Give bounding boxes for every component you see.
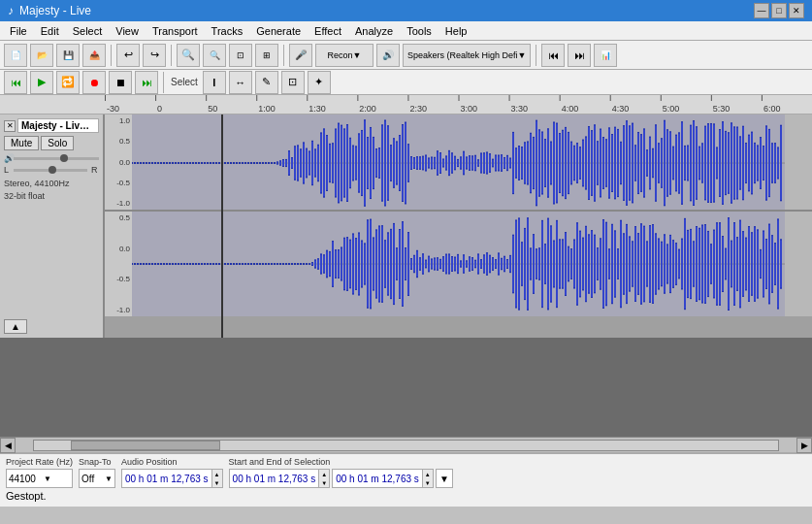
zoom-tool[interactable]: ⊡ (281, 71, 305, 94)
pan-thumb[interactable] (49, 166, 56, 174)
minimize-button[interactable]: — (754, 3, 769, 18)
output-arrow: ▼ (518, 50, 527, 60)
play-button[interactable]: ▶ (30, 71, 53, 94)
audio-pos-down[interactable]: ▼ (212, 478, 222, 487)
sel-start-value: 00 h 01 m 12,763 s (230, 474, 319, 484)
menu-select[interactable]: Select (67, 23, 109, 39)
track-collapse-button[interactable]: ▲ (4, 319, 27, 334)
volume-thumb[interactable] (60, 154, 68, 162)
scroll-right-button[interactable]: ▶ (796, 438, 812, 453)
y-b-label-0.0: 0.0 (119, 245, 130, 253)
sel-start-input[interactable]: 00 h 01 m 12,763 s ▲ ▼ (229, 469, 331, 488)
sel-dropdown-arrow[interactable]: ▼ (439, 474, 449, 484)
y-b-label--0.5: -0.5 (116, 275, 130, 283)
title-bar: ♪ Majesty - Live — □ ✕ (0, 0, 812, 21)
save-button[interactable]: 💾 (56, 44, 80, 67)
envelope-tool[interactable]: ↔ (229, 71, 252, 94)
pan-row: L R (4, 165, 99, 175)
y-label-1.0: 1.0 (119, 116, 130, 125)
y-axis-bottom: 0.5 0.0 -0.5 -1.0 (105, 212, 132, 316)
zoom-out-button[interactable]: 🔍 (203, 44, 226, 67)
status-bar: Project Rate (Hz) 44100 ▼ Snap-To Off ▼ … (0, 452, 812, 507)
menu-edit[interactable]: Edit (35, 23, 65, 39)
separator-sel (163, 72, 164, 93)
pan-right-label: R (91, 165, 99, 175)
zoom-sel-button[interactable]: ⊞ (255, 44, 278, 67)
input-mic-button[interactable]: 🎤 (289, 44, 312, 67)
project-rate-arrow[interactable]: ▼ (44, 475, 51, 483)
menu-view[interactable]: View (110, 23, 145, 39)
mute-button[interactable]: Mute (4, 136, 39, 150)
new-button[interactable]: 📄 (4, 44, 27, 67)
channel-bottom: 0.5 0.0 -0.5 -1.0 (105, 212, 812, 316)
audio-pos-input[interactable]: 00 h 01 m 12,763 s ▲ ▼ (121, 469, 223, 488)
stop-button[interactable]: ⏹ (109, 71, 132, 94)
audio-pos-group: Audio Position 00 h 01 m 12,763 s ▲ ▼ (121, 457, 223, 488)
multi-tool[interactable]: ✦ (308, 71, 331, 94)
horizontal-scrollbar[interactable] (33, 440, 779, 451)
snap-to-arrow[interactable]: ▼ (105, 475, 113, 483)
undo-button[interactable]: ↩ (116, 44, 140, 67)
loop-button[interactable]: 🔁 (56, 71, 80, 94)
waveform-area[interactable]: 1.0 0.5 0.0 -0.5 -1.0 0.5 0.0 -0.5 -1.0 (105, 115, 812, 338)
app-icon: ♪ (8, 4, 14, 17)
snap-to-label: Snap-To (79, 457, 115, 467)
record-button[interactable]: ⏺ (82, 71, 106, 94)
redo-button[interactable]: ↪ (143, 44, 166, 67)
menu-analyze[interactable]: Analyze (349, 23, 399, 39)
audio-pos-arrows: ▲ ▼ (211, 470, 222, 487)
menu-tracks[interactable]: Tracks (206, 23, 249, 39)
pan-slider[interactable] (14, 169, 87, 172)
menu-generate[interactable]: Generate (250, 23, 307, 39)
track-name-label: Majesty - Liv… (17, 118, 99, 133)
output-dropdown[interactable]: Speakers (Realtek High Defi ▼ (403, 44, 531, 67)
menu-tools[interactable]: Tools (401, 23, 438, 39)
menu-effect[interactable]: Effect (309, 23, 347, 39)
track-close-button[interactable]: ✕ (4, 120, 16, 132)
selection-label: Start and End of Selection (229, 457, 453, 467)
scroll-left-button[interactable]: ◀ (0, 438, 16, 453)
prev-track-button[interactable]: ⏮ (541, 44, 565, 67)
volume-slider[interactable] (14, 157, 99, 160)
next-track-button[interactable]: ⏭ (568, 44, 591, 67)
ruler-canvas (105, 95, 812, 115)
menu-transport[interactable]: Transport (146, 23, 204, 39)
sel-end-up[interactable]: ▲ (423, 470, 433, 478)
select-toolbar: ⏮ ▶ 🔁 ⏺ ⏹ ⏭ Select I ↔ ✎ ⊡ ✦ (0, 70, 812, 95)
zoom-fit-button[interactable]: ⊡ (229, 44, 252, 67)
channel-top: 1.0 0.5 0.0 -0.5 -1.0 (105, 115, 812, 212)
maximize-button[interactable]: □ (771, 3, 787, 18)
ibeam-tool[interactable]: I (203, 71, 226, 94)
input-dropdown[interactable]: Recon ▼ (315, 44, 374, 67)
input-label: Recon (328, 50, 353, 60)
output-speaker-button[interactable]: 🔊 (376, 44, 400, 67)
snap-to-value: Off (81, 474, 105, 484)
y-axis-top: 1.0 0.5 0.0 -0.5 -1.0 (105, 115, 132, 210)
waveform-canvas-top (105, 115, 785, 212)
sel-start-up[interactable]: ▲ (319, 470, 329, 478)
separator-4 (536, 45, 536, 66)
solo-button[interactable]: Solo (41, 136, 74, 150)
sel-start-down[interactable]: ▼ (319, 478, 329, 487)
audio-pos-up[interactable]: ▲ (212, 470, 222, 478)
draw-tool[interactable]: ✎ (255, 71, 278, 94)
track-header-panel: ✕ Majesty - Liv… Mute Solo 🔊 L R Stereo,… (0, 115, 105, 338)
volume-icon: 🔊 (4, 153, 12, 163)
track-mute-solo-row: Mute Solo (4, 136, 99, 150)
transport-toolbar: 📄 📂 💾 📤 ↩ ↪ 🔍 🔍 ⊡ ⊞ 🎤 Recon ▼ 🔊 Speakers… (0, 41, 812, 70)
audio-pos-label: Audio Position (121, 457, 223, 467)
sel-end-input[interactable]: 00 h 01 m 12,763 s ▲ ▼ (332, 469, 434, 488)
app-title: Majesty - Live (19, 4, 91, 17)
track-sample-rate: Stereo, 44100Hz (4, 178, 99, 190)
sel-end-down[interactable]: ▼ (423, 478, 433, 487)
close-button[interactable]: ✕ (789, 3, 804, 18)
export-button[interactable]: 📤 (82, 44, 106, 67)
selection-group: Start and End of Selection 00 h 01 m 12,… (229, 457, 453, 488)
skip-start-button[interactable]: ⏮ (4, 71, 27, 94)
menu-file[interactable]: File (4, 23, 33, 39)
menu-help[interactable]: Help (439, 23, 473, 39)
zoom-in-button[interactable]: 🔍 (177, 44, 200, 67)
open-button[interactable]: 📂 (30, 44, 53, 67)
extra-btn[interactable]: 📊 (594, 44, 617, 67)
skip-end-button[interactable]: ⏭ (135, 71, 158, 94)
